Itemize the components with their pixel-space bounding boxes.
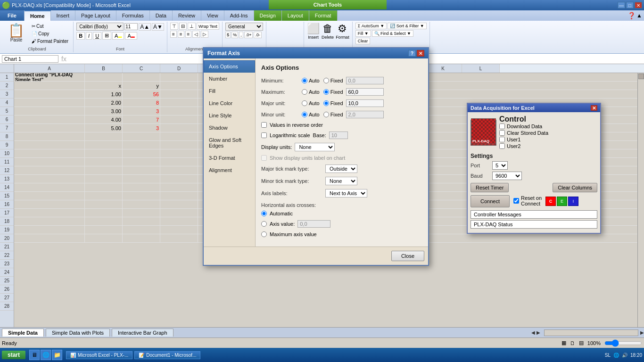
axis-value-input[interactable] <box>297 220 330 228</box>
fill-button[interactable]: Fill ▼ <box>355 30 371 37</box>
minimize-btn[interactable]: — <box>618 2 625 8</box>
row-header-8[interactable]: 8 <box>0 132 14 141</box>
cell-c7[interactable]: 3 <box>123 124 160 132</box>
cell-d6[interactable] <box>160 115 198 123</box>
start-button[interactable]: start <box>2 351 25 359</box>
cell-b6[interactable]: 4.00 <box>85 115 123 123</box>
tab-view[interactable]: View <box>201 10 224 21</box>
maximum-fixed-option[interactable]: Fixed <box>323 89 343 95</box>
decimal-decrease-btn[interactable]: .0- <box>254 32 262 38</box>
taskbar-icon-3[interactable]: 📁 <box>52 350 62 360</box>
align-center-button[interactable]: ≡ <box>178 31 184 38</box>
major-unit-auto-option[interactable]: Auto <box>302 100 320 106</box>
minimum-fixed-option[interactable]: Fixed <box>323 78 343 83</box>
col-header-l[interactable]: L <box>462 64 500 73</box>
dialog-help-btn[interactable]: ? <box>408 50 416 57</box>
row-header-2[interactable]: 2 <box>0 82 14 90</box>
cell-c5[interactable]: 3 <box>123 107 160 115</box>
row-header-3[interactable]: 3 <box>0 90 14 99</box>
tab-file[interactable]: File <box>0 10 25 21</box>
cell-b2[interactable]: x <box>85 82 123 90</box>
close-dialog-button[interactable]: Close <box>391 251 424 261</box>
delete-label[interactable]: Delete <box>322 35 334 40</box>
minimum-auto-radio[interactable] <box>302 78 307 83</box>
auto-radio[interactable] <box>261 211 267 216</box>
cell-c8[interactable] <box>123 132 160 140</box>
vertical-scrollbar[interactable] <box>637 73 644 327</box>
cell-a4[interactable] <box>14 99 85 107</box>
page-break-view-icon[interactable]: ▤ <box>579 340 584 346</box>
row-header-26[interactable]: 26 <box>0 285 14 294</box>
minor-unit-value-input[interactable] <box>346 111 384 118</box>
tab-home[interactable]: Home <box>25 10 51 21</box>
cell-b9[interactable] <box>85 141 123 149</box>
percent-btn[interactable]: % <box>231 32 238 38</box>
row-header-27[interactable]: 27 <box>0 294 14 302</box>
row-header-22[interactable]: 22 <box>0 251 14 260</box>
row-header-14[interactable]: 14 <box>0 183 14 192</box>
row-header-6[interactable]: 6 <box>0 115 14 124</box>
align-top-button[interactable]: ⊤ <box>170 23 178 30</box>
max-axis-radio[interactable] <box>261 231 267 237</box>
maximum-fixed-radio[interactable] <box>323 89 329 95</box>
fill-color-button[interactable]: A▬ <box>112 32 124 40</box>
cell-a1[interactable]: Connect using "PLX-DAQ Simple Test" <box>14 73 85 81</box>
row-header-11[interactable]: 11 <box>0 158 14 166</box>
cell-b1[interactable] <box>85 73 123 81</box>
indent-increase-button[interactable]: ▷ <box>201 31 208 38</box>
cut-button[interactable]: ✂ Cut <box>30 23 70 30</box>
copy-button[interactable]: 📄 Copy <box>30 30 70 37</box>
minor-unit-fixed-option[interactable]: Fixed <box>323 112 343 117</box>
col-header-c[interactable]: C <box>123 64 160 73</box>
number-format-select[interactable]: General <box>225 23 263 31</box>
row-header-5[interactable]: 5 <box>0 107 14 115</box>
minor-unit-fixed-radio[interactable] <box>323 112 329 117</box>
cell-b5[interactable]: 3.00 <box>85 107 123 115</box>
name-box[interactable] <box>2 55 58 63</box>
taskbar-item-word[interactable]: 📝 Document1 - Microsof... <box>134 351 200 359</box>
log-scale-checkbox[interactable] <box>261 132 267 138</box>
border-button[interactable]: ⊞ <box>102 32 111 40</box>
tab-formulas[interactable]: Formulas <box>116 10 150 21</box>
dialog-close-btn[interactable]: ✕ <box>417 50 424 57</box>
show-display-units-checkbox[interactable] <box>261 155 267 161</box>
taskbar-icon-1[interactable]: 🖥 <box>29 350 40 360</box>
insert-label[interactable]: Insert <box>308 35 319 40</box>
normal-view-icon[interactable]: ▦ <box>561 340 566 346</box>
cell-a7[interactable] <box>14 124 85 132</box>
row-header-16[interactable]: 16 <box>0 200 14 209</box>
connect-button[interactable]: Connect <box>471 195 510 207</box>
cell-c1[interactable] <box>123 73 160 81</box>
cell-a2[interactable] <box>14 82 85 90</box>
font-color-button[interactable]: A▬ <box>125 32 137 40</box>
cell-c9[interactable] <box>123 141 160 149</box>
cell-d8[interactable] <box>160 132 198 140</box>
minimum-value-input[interactable] <box>346 77 384 84</box>
comma-btn[interactable]: , <box>239 32 243 38</box>
major-unit-value-input[interactable] <box>346 99 384 107</box>
row-header-25[interactable]: 25 <box>0 277 14 285</box>
decimal-increase-btn[interactable]: .0+ <box>244 32 253 38</box>
sidebar-item-glow-soft[interactable]: Glow and Soft Edges <box>204 134 255 152</box>
cell-a5[interactable] <box>14 107 85 115</box>
align-middle-button[interactable]: ⊟ <box>179 23 187 30</box>
minimize-ribbon-icon[interactable]: ▲ <box>636 12 642 19</box>
clear-button[interactable]: Clear <box>355 38 371 44</box>
col-header-b[interactable]: B <box>85 64 123 73</box>
major-unit-fixed-radio[interactable] <box>323 100 329 106</box>
cell-b4[interactable]: 2.00 <box>85 99 123 107</box>
select-all-corner[interactable] <box>0 64 14 73</box>
col-header-a[interactable]: A <box>14 64 85 73</box>
sort-filter-button[interactable]: 🔃 Sort & Filter ▼ <box>388 23 426 29</box>
display-units-select[interactable]: None Hundreds Thousands Millions <box>295 143 335 151</box>
row-header-13[interactable]: 13 <box>0 175 14 183</box>
minor-tick-select[interactable]: None Inside Outside Cross <box>325 177 357 185</box>
daq-close-btn[interactable]: ✕ <box>591 105 597 111</box>
cell-c2[interactable]: y <box>123 82 160 90</box>
cell-d3[interactable] <box>160 90 198 98</box>
format-label[interactable]: Format <box>336 35 349 40</box>
underline-button[interactable]: U <box>93 32 101 40</box>
row-header-10[interactable]: 10 <box>0 149 14 158</box>
download-data-checkbox[interactable] <box>499 123 505 129</box>
row-header-19[interactable]: 19 <box>0 226 14 234</box>
